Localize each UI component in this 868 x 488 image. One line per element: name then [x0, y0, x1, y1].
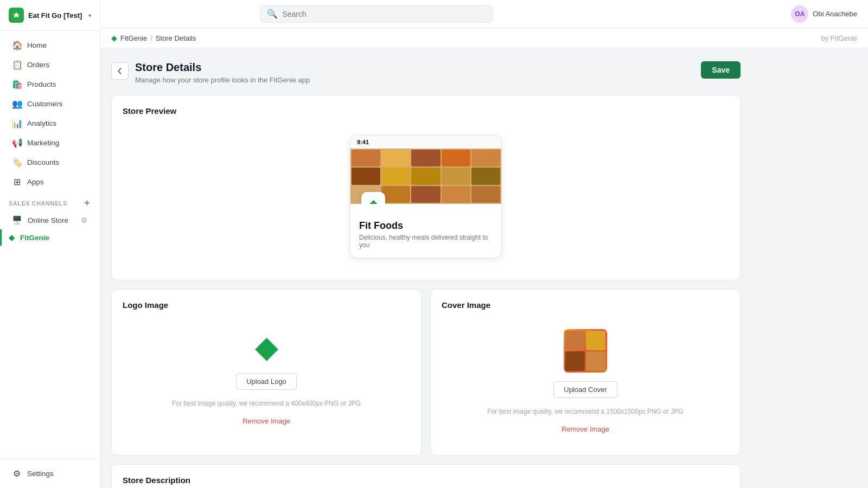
store-logo-gem-icon: ◆: [369, 197, 378, 204]
user-name: Obi Anachebe: [813, 10, 857, 18]
online-store-icon: 🖥️: [12, 215, 22, 225]
logo-gem-icon: ◆: [255, 329, 278, 364]
page-title: Store Details: [135, 61, 701, 74]
sidebar-item-home-label: Home: [27, 41, 47, 49]
page-subtitle: Manage how your store profile looks in t…: [135, 76, 701, 84]
breadcrumb-separator: /: [150, 34, 152, 42]
sidebar-item-apps[interactable]: ⊞ Apps: [3, 172, 97, 191]
sidebar-item-customers[interactable]: 👥 Customers: [3, 94, 97, 113]
sidebar-item-discounts[interactable]: 🏷️ Discounts: [3, 153, 97, 172]
remove-logo-link[interactable]: Remove Image: [242, 417, 290, 425]
store-preview-content: 9:41: [123, 124, 729, 269]
cover-hint: For best image quality, we recommend a 1…: [487, 407, 683, 416]
store-logo-overlay: ◆: [361, 192, 385, 204]
sidebar-nav: 🏠 Home 📋 Orders 🛍️ Products 👥 Customers …: [0, 31, 100, 459]
sidebar-item-apps-label: Apps: [27, 178, 44, 186]
customers-icon: 👥: [12, 99, 22, 109]
sidebar-item-home[interactable]: 🏠 Home: [3, 36, 97, 55]
sidebar-item-products-label: Products: [27, 80, 56, 88]
avatar-circle: OA: [791, 5, 808, 23]
sidebar-item-orders[interactable]: 📋 Orders: [3, 55, 97, 74]
breadcrumb-root[interactable]: FitGenie: [120, 34, 147, 42]
sidebar-item-marketing-label: Marketing: [27, 139, 59, 147]
fitgenie-gem-icon: ◆: [9, 233, 15, 242]
cover-upload-area: Upload Cover For best image quality, we …: [442, 318, 729, 444]
discounts-icon: 🏷️: [12, 157, 22, 168]
sidebar-item-discounts-label: Discounts: [27, 158, 59, 166]
logo-upload-area: ◆ Upload Logo For best image quality, we…: [123, 318, 410, 436]
cover-image-title: Cover Image: [442, 300, 729, 310]
analytics-icon: 📊: [12, 118, 22, 129]
breadcrumb-bar: ◆ FitGenie / Store Details by FitGenie: [100, 28, 868, 48]
settings-icon: ⚙: [12, 468, 22, 479]
logo-hint: For best image quality, we recommend a 4…: [172, 399, 361, 408]
phone-preview: 9:41: [350, 135, 502, 258]
search-icon: 🔍: [267, 9, 278, 19]
apps-icon: ⊞: [12, 177, 22, 187]
online-store-label: Online Store: [28, 216, 68, 224]
topbar: 🔍 OA Obi Anachebe: [100, 0, 868, 28]
brand-logo: [9, 8, 24, 23]
upload-logo-button[interactable]: Upload Logo: [236, 373, 297, 390]
products-icon: 🛍️: [12, 79, 22, 89]
logo-image-card: Logo Image ◆ Upload Logo For best image …: [111, 289, 422, 455]
store-info: Fit Foods Delicious, healthy meals deliv…: [350, 204, 501, 258]
breadcrumb-current: Store Details: [156, 34, 196, 42]
sidebar-item-analytics-label: Analytics: [27, 119, 56, 127]
sidebar-item-settings[interactable]: ⚙ Settings: [3, 464, 97, 483]
cover-thumbnail: [564, 329, 607, 373]
logo-image-title: Logo Image: [123, 300, 410, 310]
sidebar-item-orders-label: Orders: [27, 61, 49, 69]
store-description-title: Store Description: [123, 476, 729, 485]
store-preview-card: Store Preview 9:41: [111, 95, 741, 280]
sales-channels-label: SALES CHANNELS ＋: [0, 192, 100, 211]
brand-name: Eat Fit Go [Test]: [28, 11, 82, 20]
cover-image-card: Cover Image Upload Cover For best image …: [430, 289, 741, 455]
sidebar-bottom: ⚙ Settings: [0, 459, 100, 488]
sidebar-item-settings-label: Settings: [27, 470, 54, 478]
sidebar-item-online-store[interactable]: 🖥️ Online Store ⚙: [3, 211, 97, 229]
sidebar: Eat Fit Go [Test] ▾ 🏠 Home 📋 Orders 🛍️ P…: [0, 0, 100, 488]
brand-chevron-icon: ▾: [88, 12, 91, 18]
cover-image-area: ◆: [350, 149, 501, 204]
user-avatar[interactable]: OA Obi Anachebe: [791, 5, 857, 23]
fitgenie-label: FitGenie: [20, 234, 49, 242]
sidebar-item-analytics[interactable]: 📊 Analytics: [3, 114, 97, 133]
main-content: ◆ FitGenie / Store Details by FitGenie S…: [100, 28, 868, 488]
breadcrumb-left: ◆ FitGenie / Store Details: [111, 34, 196, 42]
remove-cover-link[interactable]: Remove Image: [561, 425, 609, 433]
brand-header[interactable]: Eat Fit Go [Test] ▾: [0, 0, 100, 31]
breadcrumb-right: by FitGenie: [821, 34, 857, 42]
page-header: Store Details Manage how your store prof…: [111, 61, 741, 84]
add-sales-channel-icon[interactable]: ＋: [82, 197, 92, 209]
save-button[interactable]: Save: [701, 61, 741, 79]
search-input[interactable]: [282, 10, 486, 18]
store-name: Fit Foods: [359, 220, 493, 232]
user-initials: OA: [795, 10, 805, 18]
search-bar[interactable]: 🔍: [260, 5, 493, 23]
online-store-settings-icon[interactable]: ⚙: [81, 216, 88, 224]
sidebar-item-customers-label: Customers: [27, 100, 62, 108]
sidebar-item-products[interactable]: 🛍️ Products: [3, 75, 97, 94]
back-button[interactable]: [111, 62, 129, 80]
phone-status-bar: 9:41: [350, 136, 501, 149]
page-title-block: Store Details Manage how your store prof…: [135, 61, 701, 84]
sidebar-item-marketing[interactable]: 📢 Marketing: [3, 133, 97, 152]
home-icon: 🏠: [12, 40, 22, 50]
store-description-card: Store Description: [111, 464, 741, 488]
page-content: Store Details Manage how your store prof…: [100, 48, 751, 488]
breadcrumb-gem-icon: ◆: [111, 34, 117, 42]
orders-icon: 📋: [12, 60, 22, 70]
store-desc: Delicious, healthy meals delivered strai…: [359, 234, 493, 249]
image-upload-grid: Logo Image ◆ Upload Logo For best image …: [111, 289, 741, 455]
marketing-icon: 📢: [12, 138, 22, 148]
store-preview-title: Store Preview: [123, 106, 729, 115]
upload-cover-button[interactable]: Upload Cover: [553, 381, 617, 398]
sidebar-item-fitgenie[interactable]: ◆ FitGenie: [0, 229, 100, 246]
